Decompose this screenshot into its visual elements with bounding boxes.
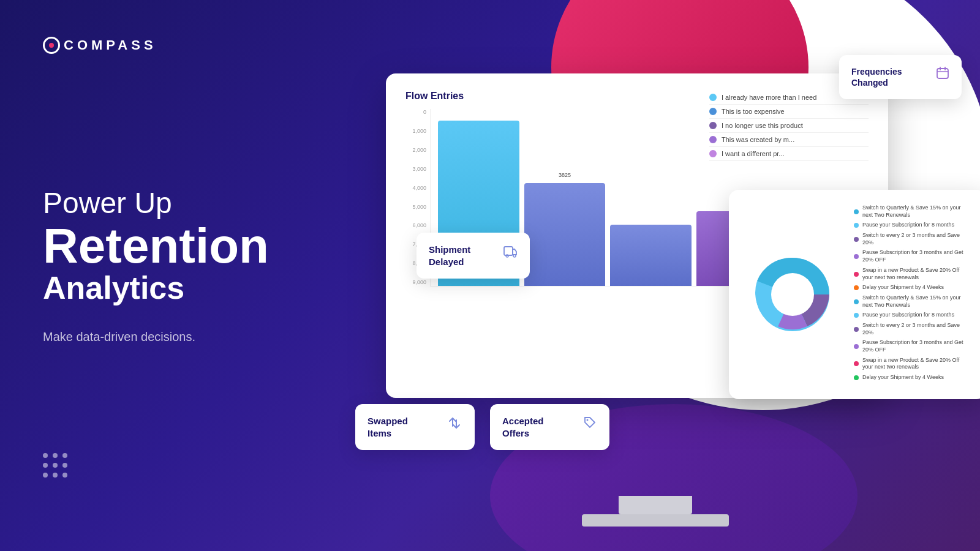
hero-line1: Power Up [43,187,300,220]
shipment-card: ShipmentDelayed [417,233,530,279]
dot [43,463,48,468]
dot [53,463,58,468]
pie-legend-item-2: Pause your Subscription for 8 months [854,222,971,229]
dot [53,453,58,458]
legend-item-5: I want a different pr... [709,147,869,161]
compass-logo-icon [43,37,60,54]
logo-text: COMPASS [64,37,157,53]
hero-text: Power Up Retention Analytics Make data-d… [43,54,300,453]
pie-legend-item-10: Pause Subscription for 3 months and Get … [854,339,971,353]
legend-dot-4 [709,136,717,143]
pie-chart-card: Switch to Quarterly & Save 15% on your n… [729,190,980,399]
dot [62,453,67,458]
pie-legend-item-1: Switch to Quarterly & Save 15% on your n… [854,204,971,219]
shipment-title: ShipmentDelayed [429,244,470,268]
calendar-icon [936,66,949,83]
tag-icon [582,415,597,432]
pie-legend-item-8: Pause your Subscription for 8 months [854,312,971,319]
frequencies-title: FrequenciesChanged [851,66,902,88]
freq-header: FrequenciesChanged [851,66,949,88]
bar-group-3 [610,225,692,286]
dot [62,463,67,468]
legend-item-3: I no longer use this product [709,119,869,133]
left-panel: COMPASS Power Up Retention Analytics Mak… [0,0,343,551]
swapped-items-card: SwappedItems [355,404,475,450]
svg-point-5 [506,255,508,257]
pie-legend-item-12: Delay your Shipment by 4 Weeks [854,374,971,381]
pie-chart [744,246,842,343]
pie-legend-item-5: Swap in a new Product & Save 20% Off you… [854,267,971,281]
tagline: Make data-driven decisions. [43,330,300,344]
legend-dot-5 [709,150,717,157]
monitor-base [582,514,729,527]
swapped-title: SwappedItems [368,415,408,439]
hero-line2: Retention [43,222,300,271]
logo: COMPASS [43,37,300,54]
pie-chart-area: Switch to Quarterly & Save 15% on your n… [744,204,971,384]
svg-rect-0 [937,69,948,78]
pie-legend: Switch to Quarterly & Save 15% on your n… [854,204,971,384]
legend-item-4: This was created by m... [709,133,869,147]
svg-point-6 [513,255,516,257]
dot [62,473,67,478]
chart-legend: I already have more than I need This is … [709,91,869,161]
legend-dot-3 [709,122,717,129]
pie-legend-item-4: Pause Subscription for 3 months and Get … [854,249,971,263]
hero-line3: Analytics [43,271,300,305]
pie-legend-item-7: Switch to Quarterly & Save 15% on your n… [854,294,971,309]
pie-legend-item-3: Switch to every 2 or 3 months and Save 2… [854,232,971,246]
pie-legend-item-6: Delay your Shipment by 4 Weeks [854,284,971,291]
legend-dot-1 [709,94,717,101]
svg-rect-4 [504,247,513,255]
bar-group-2: 3825 [524,183,606,286]
dot [53,473,58,478]
shipment-icon [503,244,518,261]
dot [43,453,48,458]
monitor-stand [619,496,692,514]
accepted-offers-card: AcceptedOffers [490,404,609,450]
right-area: Flow Entries 9,000 8,000 7,000 6,000 5,0… [318,0,980,551]
svg-point-7 [587,419,589,421]
frequencies-card: FrequenciesChanged [839,55,962,99]
pie-legend-item-11: Swap in a new Product & Save 20% Off you… [854,357,971,371]
bar-value-2: 3825 [559,172,571,178]
svg-point-9 [771,273,814,316]
bar-2: 3825 [524,183,606,286]
legend-item-2: This is too expensive [709,105,869,119]
dots-decoration [43,453,300,478]
legend-dot-2 [709,108,717,115]
accepted-title: AcceptedOffers [502,415,544,439]
pie-legend-item-9: Switch to every 2 or 3 months and Save 2… [854,322,971,336]
bar-3 [610,225,692,286]
dot [43,473,48,478]
swap-icon [447,415,462,433]
